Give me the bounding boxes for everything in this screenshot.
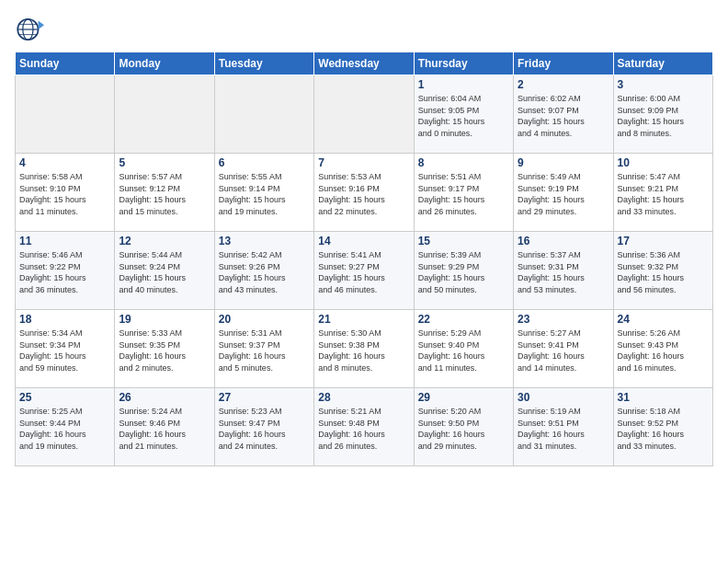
calendar-cell: 24Sunrise: 5:26 AMSunset: 9:43 PMDayligh… bbox=[613, 310, 712, 388]
header-thursday: Thursday bbox=[414, 52, 513, 75]
calendar-table: SundayMondayTuesdayWednesdayThursdayFrid… bbox=[15, 52, 713, 466]
day-number: 27 bbox=[219, 391, 310, 404]
calendar-cell: 31Sunrise: 5:18 AMSunset: 9:52 PMDayligh… bbox=[613, 388, 712, 466]
calendar-cell: 30Sunrise: 5:19 AMSunset: 9:51 PMDayligh… bbox=[514, 388, 613, 466]
day-number: 14 bbox=[318, 235, 409, 247]
day-info: Sunrise: 5:53 AMSunset: 9:16 PMDaylight:… bbox=[318, 171, 409, 217]
calendar-cell: 1Sunrise: 6:04 AMSunset: 9:05 PMDaylight… bbox=[414, 75, 513, 154]
day-number: 29 bbox=[418, 391, 509, 404]
day-info: Sunrise: 5:18 AMSunset: 9:52 PMDaylight:… bbox=[618, 406, 709, 452]
day-number: 9 bbox=[518, 156, 609, 169]
day-info: Sunrise: 5:44 AMSunset: 9:24 PMDaylight:… bbox=[119, 249, 210, 295]
day-number: 1 bbox=[418, 78, 509, 91]
calendar-cell: 7Sunrise: 5:53 AMSunset: 9:16 PMDaylight… bbox=[314, 154, 414, 232]
day-number: 6 bbox=[219, 156, 310, 169]
calendar-cell: 23Sunrise: 5:27 AMSunset: 9:41 PMDayligh… bbox=[514, 310, 613, 388]
calendar-week-row: 11Sunrise: 5:46 AMSunset: 9:22 PMDayligh… bbox=[16, 232, 713, 310]
calendar-week-row: 1Sunrise: 6:04 AMSunset: 9:05 PMDaylight… bbox=[16, 75, 713, 154]
calendar-cell: 12Sunrise: 5:44 AMSunset: 9:24 PMDayligh… bbox=[115, 232, 214, 310]
day-info: Sunrise: 5:37 AMSunset: 9:31 PMDaylight:… bbox=[518, 249, 609, 295]
day-info: Sunrise: 5:49 AMSunset: 9:19 PMDaylight:… bbox=[518, 171, 609, 217]
calendar-cell bbox=[314, 75, 414, 154]
calendar-cell: 5Sunrise: 5:57 AMSunset: 9:12 PMDaylight… bbox=[115, 154, 214, 232]
day-info: Sunrise: 5:39 AMSunset: 9:29 PMDaylight:… bbox=[418, 249, 509, 295]
day-number: 13 bbox=[219, 235, 310, 247]
header-monday: Monday bbox=[115, 52, 214, 75]
day-info: Sunrise: 6:00 AMSunset: 9:09 PMDaylight:… bbox=[618, 93, 709, 139]
day-number: 30 bbox=[518, 391, 609, 404]
day-number: 23 bbox=[518, 313, 609, 326]
day-info: Sunrise: 5:25 AMSunset: 9:44 PMDaylight:… bbox=[19, 406, 110, 452]
header-friday: Friday bbox=[514, 52, 613, 75]
calendar-cell: 6Sunrise: 5:55 AMSunset: 9:14 PMDaylight… bbox=[214, 154, 313, 232]
day-number: 5 bbox=[119, 156, 210, 169]
day-info: Sunrise: 5:23 AMSunset: 9:47 PMDaylight:… bbox=[219, 406, 310, 452]
day-info: Sunrise: 5:51 AMSunset: 9:17 PMDaylight:… bbox=[418, 171, 509, 217]
calendar-header-row: SundayMondayTuesdayWednesdayThursdayFrid… bbox=[16, 52, 713, 75]
calendar-week-row: 4Sunrise: 5:58 AMSunset: 9:10 PMDaylight… bbox=[16, 154, 713, 232]
day-number: 3 bbox=[618, 78, 709, 91]
day-number: 7 bbox=[318, 156, 409, 169]
day-info: Sunrise: 6:02 AMSunset: 9:07 PMDaylight:… bbox=[518, 93, 609, 139]
logo bbox=[15, 15, 48, 44]
day-number: 11 bbox=[19, 235, 110, 247]
day-number: 19 bbox=[119, 313, 210, 326]
day-number: 16 bbox=[518, 235, 609, 247]
calendar-cell bbox=[16, 75, 115, 154]
calendar-cell: 20Sunrise: 5:31 AMSunset: 9:37 PMDayligh… bbox=[214, 310, 313, 388]
header-wednesday: Wednesday bbox=[314, 52, 414, 75]
calendar-cell: 27Sunrise: 5:23 AMSunset: 9:47 PMDayligh… bbox=[214, 388, 313, 466]
calendar-cell: 21Sunrise: 5:30 AMSunset: 9:38 PMDayligh… bbox=[314, 310, 414, 388]
header-sunday: Sunday bbox=[16, 52, 115, 75]
logo-icon bbox=[15, 15, 44, 44]
day-number: 24 bbox=[618, 313, 709, 326]
calendar-cell: 8Sunrise: 5:51 AMSunset: 9:17 PMDaylight… bbox=[414, 154, 513, 232]
calendar-cell bbox=[115, 75, 214, 154]
day-info: Sunrise: 5:27 AMSunset: 9:41 PMDaylight:… bbox=[518, 327, 609, 373]
calendar-cell: 29Sunrise: 5:20 AMSunset: 9:50 PMDayligh… bbox=[414, 388, 513, 466]
day-info: Sunrise: 5:21 AMSunset: 9:48 PMDaylight:… bbox=[318, 406, 409, 452]
day-info: Sunrise: 5:57 AMSunset: 9:12 PMDaylight:… bbox=[119, 171, 210, 217]
day-info: Sunrise: 5:42 AMSunset: 9:26 PMDaylight:… bbox=[219, 249, 310, 295]
day-number: 2 bbox=[518, 78, 609, 91]
header-tuesday: Tuesday bbox=[214, 52, 313, 75]
day-info: Sunrise: 5:30 AMSunset: 9:38 PMDaylight:… bbox=[318, 327, 409, 373]
calendar-cell: 15Sunrise: 5:39 AMSunset: 9:29 PMDayligh… bbox=[414, 232, 513, 310]
calendar-cell bbox=[214, 75, 313, 154]
day-info: Sunrise: 5:41 AMSunset: 9:27 PMDaylight:… bbox=[318, 249, 409, 295]
day-info: Sunrise: 5:36 AMSunset: 9:32 PMDaylight:… bbox=[618, 249, 709, 295]
calendar-cell: 10Sunrise: 5:47 AMSunset: 9:21 PMDayligh… bbox=[613, 154, 712, 232]
calendar-cell: 14Sunrise: 5:41 AMSunset: 9:27 PMDayligh… bbox=[314, 232, 414, 310]
day-info: Sunrise: 5:55 AMSunset: 9:14 PMDaylight:… bbox=[219, 171, 310, 217]
day-number: 31 bbox=[618, 391, 709, 404]
calendar-cell: 11Sunrise: 5:46 AMSunset: 9:22 PMDayligh… bbox=[16, 232, 115, 310]
day-number: 25 bbox=[19, 391, 110, 404]
day-info: Sunrise: 5:19 AMSunset: 9:51 PMDaylight:… bbox=[518, 406, 609, 452]
day-number: 10 bbox=[618, 156, 709, 169]
day-info: Sunrise: 5:31 AMSunset: 9:37 PMDaylight:… bbox=[219, 327, 310, 373]
calendar-cell: 28Sunrise: 5:21 AMSunset: 9:48 PMDayligh… bbox=[314, 388, 414, 466]
day-info: Sunrise: 5:24 AMSunset: 9:46 PMDaylight:… bbox=[119, 406, 210, 452]
day-number: 4 bbox=[19, 156, 110, 169]
calendar-cell: 18Sunrise: 5:34 AMSunset: 9:34 PMDayligh… bbox=[16, 310, 115, 388]
day-info: Sunrise: 5:33 AMSunset: 9:35 PMDaylight:… bbox=[119, 327, 210, 373]
calendar-cell: 26Sunrise: 5:24 AMSunset: 9:46 PMDayligh… bbox=[115, 388, 214, 466]
calendar-cell: 17Sunrise: 5:36 AMSunset: 9:32 PMDayligh… bbox=[613, 232, 712, 310]
day-info: Sunrise: 5:46 AMSunset: 9:22 PMDaylight:… bbox=[19, 249, 110, 295]
day-info: Sunrise: 5:29 AMSunset: 9:40 PMDaylight:… bbox=[418, 327, 509, 373]
calendar-cell: 9Sunrise: 5:49 AMSunset: 9:19 PMDaylight… bbox=[514, 154, 613, 232]
day-number: 17 bbox=[618, 235, 709, 247]
calendar-cell: 25Sunrise: 5:25 AMSunset: 9:44 PMDayligh… bbox=[16, 388, 115, 466]
calendar-cell: 4Sunrise: 5:58 AMSunset: 9:10 PMDaylight… bbox=[16, 154, 115, 232]
calendar-cell: 2Sunrise: 6:02 AMSunset: 9:07 PMDaylight… bbox=[514, 75, 613, 154]
day-info: Sunrise: 5:20 AMSunset: 9:50 PMDaylight:… bbox=[418, 406, 509, 452]
day-number: 26 bbox=[119, 391, 210, 404]
calendar-cell: 3Sunrise: 6:00 AMSunset: 9:09 PMDaylight… bbox=[613, 75, 712, 154]
header-saturday: Saturday bbox=[613, 52, 712, 75]
calendar-cell: 13Sunrise: 5:42 AMSunset: 9:26 PMDayligh… bbox=[214, 232, 313, 310]
day-number: 12 bbox=[119, 235, 210, 247]
day-number: 18 bbox=[19, 313, 110, 326]
day-number: 8 bbox=[418, 156, 509, 169]
day-number: 28 bbox=[318, 391, 409, 404]
page-header bbox=[15, 15, 713, 44]
